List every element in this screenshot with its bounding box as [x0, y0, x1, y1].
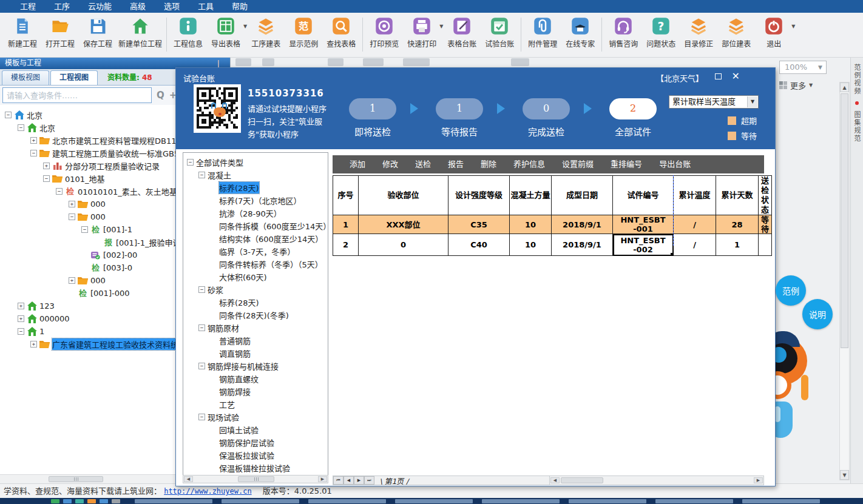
tree-item[interactable]: 大体积(60天)	[183, 270, 328, 283]
tree-item-label[interactable]: 000	[90, 276, 106, 285]
tree-item[interactable]: −砂浆	[183, 283, 328, 296]
tree-item-label[interactable]: [002]-00	[103, 250, 137, 260]
ledger-button-重排编号[interactable]: 重排编号	[602, 155, 651, 173]
tree-item-label[interactable]: 保温板锚栓拉拔试验	[219, 462, 290, 474]
taskbar-window-button[interactable]	[395, 499, 473, 503]
chevron-down-icon[interactable]: ▼	[439, 24, 443, 29]
taskbar-icon[interactable]	[112, 499, 120, 503]
collapse-icon[interactable]: −	[187, 159, 194, 166]
table-cell[interactable]: /	[674, 215, 716, 234]
scrollbar-thumb[interactable]	[561, 477, 603, 483]
menu-帮助[interactable]: 帮助	[223, 0, 257, 13]
tree-item-label[interactable]: 现场试验	[208, 411, 239, 423]
table-cell[interactable]: XXX部位	[359, 215, 448, 234]
exit-button[interactable]: 退出	[757, 16, 791, 49]
tree-item-label[interactable]: 000000	[39, 314, 70, 323]
tree-item[interactable]: −钢筋焊接与机械连接	[183, 360, 328, 372]
tree-item-label[interactable]: 同条件(28天)(冬季)	[219, 309, 289, 321]
collapse-icon[interactable]: −	[81, 226, 88, 233]
taskbar-icon[interactable]	[100, 499, 108, 503]
print-preview-button[interactable]: 打印预览	[367, 16, 401, 49]
tree-item[interactable]: 保温板拉拔试验	[183, 449, 328, 462]
table-cell[interactable]: /	[674, 234, 716, 256]
ledger-hscrollbar[interactable]: ◀ ▶	[549, 475, 764, 485]
table-cell[interactable]: 0	[359, 234, 448, 256]
table-cell[interactable]: 10	[510, 234, 552, 256]
scroll-down-button[interactable]: ▼	[840, 470, 849, 480]
tree-item[interactable]: 回填土试验	[183, 423, 328, 436]
taskbar-icon[interactable]	[87, 499, 96, 503]
tree-item-label[interactable]: 钢筋保护层试验	[219, 437, 274, 448]
table-ledger-button[interactable]: 表格台账	[445, 16, 479, 49]
taskbar[interactable]	[0, 498, 863, 504]
tree-item[interactable]: 标养(28天)	[183, 181, 328, 194]
website-link[interactable]: http://www.zhuyew.cn	[164, 487, 252, 496]
tree-item-label[interactable]: [001]-000	[90, 289, 129, 298]
tree-item-label[interactable]: 北京市建筑工程资料管理规程DB11/T69	[52, 135, 194, 146]
attachment-mgmt-button[interactable]: 附件管理	[526, 16, 560, 49]
ledger-button-删除[interactable]: 删除	[472, 155, 505, 173]
tree-item[interactable]: −钢筋原材	[183, 321, 328, 334]
tree-item[interactable]: 标养(28天)	[183, 296, 328, 309]
project-info-button[interactable]: 工程信息	[171, 16, 205, 49]
table-cell[interactable]: C40	[448, 234, 510, 256]
show-sample-button[interactable]: 范显示范例	[286, 16, 320, 49]
tree-item[interactable]: 标养(7天)（北京地区）	[183, 194, 328, 207]
tree-item-label[interactable]: [001]-1	[103, 225, 132, 234]
taskbar-icon[interactable]	[51, 499, 59, 503]
table-cell[interactable]: HNT_ESBT -001	[613, 215, 674, 234]
taskbar-window-button[interactable]	[222, 499, 299, 503]
tree-item-label[interactable]: 抗渗（28-90天）	[219, 207, 282, 219]
expand-icon[interactable]: +	[30, 137, 37, 144]
tree-item-label[interactable]: 标养(28天)	[219, 182, 259, 193]
taskbar-window-button[interactable]	[135, 499, 212, 503]
taskbar-window-button[interactable]	[569, 499, 646, 503]
tree-item-label[interactable]: 分部分项工程质量验收记录	[65, 160, 160, 172]
collapse-icon[interactable]: −	[18, 124, 24, 131]
page-tab[interactable]: \ 第1页 /	[379, 475, 410, 486]
tree-item-label[interactable]: 北京	[27, 109, 42, 121]
weather-link[interactable]: 【北京天气】	[656, 72, 703, 84]
collapse-icon[interactable]: −	[30, 150, 37, 156]
sample-float-button[interactable]: 范例	[776, 275, 806, 306]
scroll-left-button[interactable]: ◀	[550, 477, 560, 483]
tree-item[interactable]: 保温板锚栓拉拔试验	[183, 462, 328, 474]
part-table-button[interactable]: 部位建表	[719, 16, 753, 49]
search-input[interactable]	[2, 87, 152, 103]
tree-item-label[interactable]: 钢筋焊接	[219, 386, 251, 397]
ledger-button-养护信息[interactable]: 养护信息	[505, 155, 553, 173]
new-unit-project-button[interactable]: 新建单位工程	[118, 16, 162, 49]
table-cell[interactable]: 1	[716, 234, 759, 256]
tree-item-label[interactable]: 钢筋焊接与机械连接	[208, 360, 279, 372]
expand-icon[interactable]: +	[18, 315, 24, 322]
tree-item[interactable]: 同条件(28天)(冬季)	[183, 309, 328, 321]
scrollbar-thumb[interactable]	[49, 476, 103, 482]
tree-item-label[interactable]: 同条件转标养（冬季）（5天）	[219, 258, 323, 270]
table-cell[interactable]: 1	[333, 215, 359, 234]
scrollbar-thumb[interactable]	[841, 93, 848, 348]
ledger-button-报告[interactable]: 报告	[439, 155, 472, 173]
ledger-button-添加[interactable]: 添加	[341, 155, 374, 173]
tree-item[interactable]: −现场试验	[183, 411, 328, 423]
collapse-icon[interactable]: −	[56, 188, 63, 195]
tree-item[interactable]: −全部试件类型	[183, 156, 328, 169]
tab-template-view[interactable]: 模板视图	[2, 70, 49, 85]
export-table-button[interactable]: 导出表格	[209, 16, 243, 49]
scroll-right-button[interactable]: ▶	[318, 476, 327, 482]
quick-print-button[interactable]: 快速打印	[405, 16, 439, 49]
pin-icon[interactable]	[218, 59, 224, 67]
tree-item-label[interactable]: 保温板拉拔试验	[219, 449, 274, 461]
ledger-button-导出台账[interactable]: 导出台账	[651, 155, 699, 173]
ledger-button-修改[interactable]: 修改	[374, 155, 407, 173]
online-expert-button[interactable]: 在线专家	[563, 16, 597, 49]
taskbar-icon[interactable]	[75, 499, 84, 503]
issue-status-button[interactable]: ?问题状态	[644, 16, 678, 49]
tree-item-label[interactable]: 结构实体（600度至少14天）	[219, 233, 323, 244]
tree-item[interactable]: 调直钢筋	[183, 347, 328, 360]
temperature-mode-dropdown[interactable]: 累计取样当天温度 ▼	[669, 95, 759, 109]
save-project-button[interactable]: 保存工程	[81, 16, 115, 49]
collapse-icon[interactable]: −	[5, 112, 12, 118]
next-page-button[interactable]: ▶	[354, 476, 364, 485]
tree-item-label[interactable]: 同条件拆模（600度至少14天）	[219, 220, 328, 232]
taskbar-window-button[interactable]	[308, 499, 386, 503]
